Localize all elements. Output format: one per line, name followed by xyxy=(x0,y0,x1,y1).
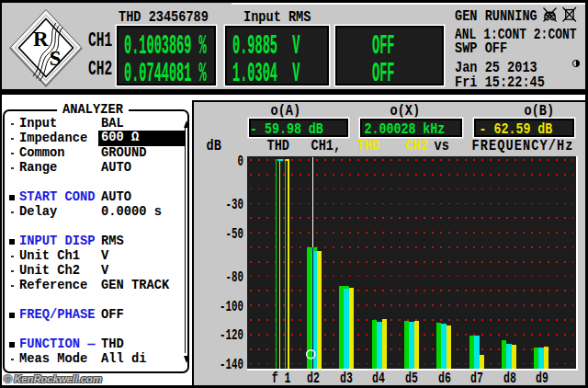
svg-text:S: S xyxy=(49,47,61,70)
svg-text:R: R xyxy=(33,28,49,51)
